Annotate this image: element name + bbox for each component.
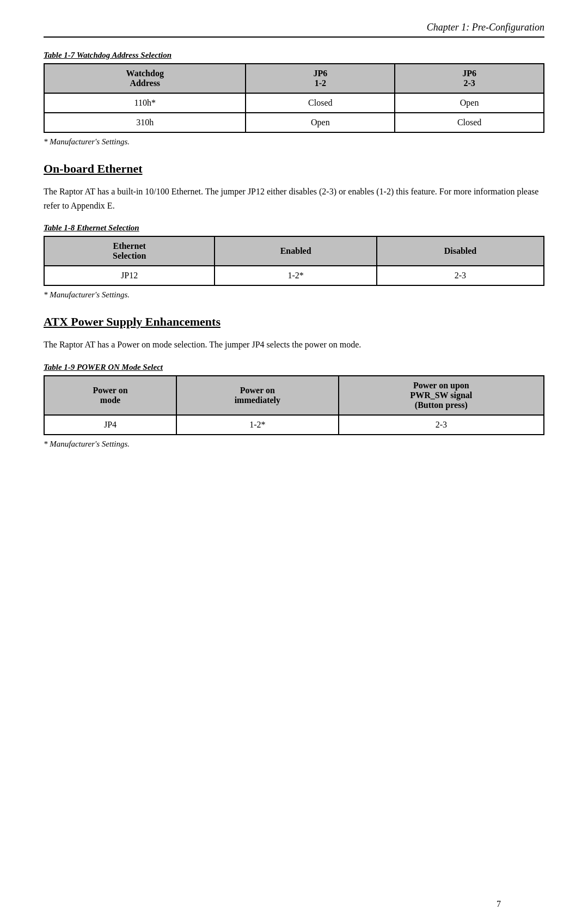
table1-note: * Manufacturer's Settings. — [44, 137, 544, 147]
table-row: JP12 1-2* 2-3 — [44, 266, 544, 285]
table1-row1-col2: Closed — [246, 93, 395, 113]
table3-row1-col2: 1-2* — [176, 415, 339, 435]
table1-row1-col3: Open — [395, 93, 544, 113]
section1-heading: On-board Ethernet — [44, 162, 544, 176]
section1-body: The Raptor AT has a built-in 10/100 Ethe… — [44, 185, 544, 212]
table2-caption: Table 1-8 Ethernet Selection — [44, 223, 544, 233]
watchdog-address-table: WatchdogAddress JP61-2 JP62-3 110h* Clos… — [44, 63, 544, 133]
chapter-title: Chapter 1: Pre-Configuration — [427, 22, 544, 33]
table3-col2-header: Power onimmediately — [176, 376, 339, 415]
table2-col2-header: Enabled — [215, 236, 377, 266]
table1-caption: Table 1-7 Watchdog Address Selection — [44, 51, 544, 60]
table1-row1-col1: 110h* — [44, 93, 246, 113]
page-wrapper: Chapter 1: Pre-Configuration Table 1-7 W… — [44, 22, 544, 909]
power-on-mode-table: Power onmode Power onimmediately Power o… — [44, 375, 544, 435]
table3-row1-col3: 2-3 — [339, 415, 544, 435]
table1-row2-col2: Open — [246, 113, 395, 132]
table2-col3-header: Disabled — [377, 236, 544, 266]
table3-row1-col1: JP4 — [44, 415, 176, 435]
table2-row1-col3: 2-3 — [377, 266, 544, 285]
table2-row1-col2: 1-2* — [215, 266, 377, 285]
table1-row2-col1: 310h — [44, 113, 246, 132]
section2-body: The Raptor AT has a Power on mode select… — [44, 338, 544, 352]
table3-col1-header: Power onmode — [44, 376, 176, 415]
table1-col2-header: JP61-2 — [246, 64, 395, 93]
table2-row1-col1: JP12 — [44, 266, 215, 285]
table-row: JP4 1-2* 2-3 — [44, 415, 544, 435]
page-header: Chapter 1: Pre-Configuration — [44, 22, 544, 38]
table-row: 310h Open Closed — [44, 113, 544, 132]
table3-col3-header: Power on uponPWR_SW signal(Button press) — [339, 376, 544, 415]
table3-caption: Table 1-9 POWER ON Mode Select — [44, 363, 544, 372]
section2-heading: ATX Power Supply Enhancements — [44, 315, 544, 329]
table3-note: * Manufacturer's Settings. — [44, 440, 544, 449]
table2-note: * Manufacturer's Settings. — [44, 290, 544, 300]
table2-col1-header: EthernetSelection — [44, 236, 215, 266]
page-number: 7 — [497, 899, 501, 909]
table1-row2-col3: Closed — [395, 113, 544, 132]
table1-col1-header: WatchdogAddress — [44, 64, 246, 93]
ethernet-selection-table: EthernetSelection Enabled Disabled JP12 … — [44, 236, 544, 286]
table1-col3-header: JP62-3 — [395, 64, 544, 93]
table-row: 110h* Closed Open — [44, 93, 544, 113]
